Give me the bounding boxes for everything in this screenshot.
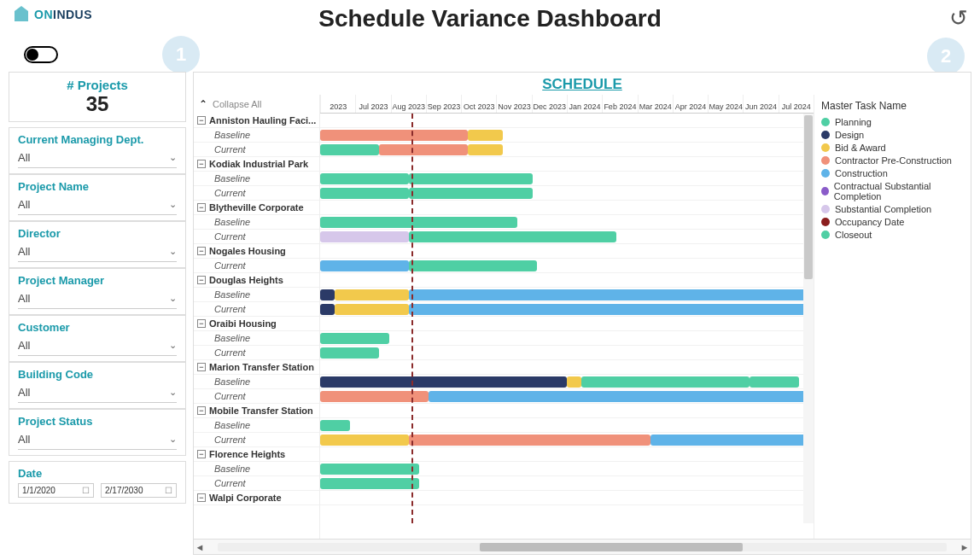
gantt-bar[interactable] — [409, 304, 814, 315]
collapse-icon[interactable]: − — [197, 276, 206, 284]
gantt-bar[interactable] — [429, 391, 814, 402]
chevron-down-icon: ⌄ — [169, 199, 177, 210]
filter-select[interactable]: All ⌄ — [18, 196, 177, 215]
gantt-bar[interactable] — [320, 144, 379, 155]
horizontal-scroll-thumb[interactable] — [480, 543, 742, 551]
collapse-icon[interactable]: − — [197, 363, 206, 371]
gantt-bar[interactable] — [320, 130, 468, 141]
scenario-row-label: Baseline — [194, 288, 319, 302]
project-header-row[interactable]: −Walpi Corporate — [194, 491, 319, 505]
legend-item[interactable]: Closeout — [821, 230, 964, 240]
filter-select[interactable]: All ⌄ — [18, 431, 177, 450]
collapse-icon[interactable]: − — [197, 406, 206, 415]
scroll-left-icon[interactable]: ◄ — [194, 542, 206, 552]
chart-title: SCHEDULE — [194, 73, 971, 95]
filter-select[interactable]: All ⌄ — [18, 290, 177, 309]
filter-select[interactable]: All ⌄ — [18, 384, 177, 403]
gantt-bar[interactable] — [335, 289, 409, 300]
gantt-bar[interactable] — [650, 435, 814, 446]
project-header-row[interactable]: −Nogales Housing — [194, 244, 319, 259]
project-header-row[interactable]: −Marion Transfer Station — [194, 360, 319, 375]
collapse-icon[interactable]: − — [197, 319, 206, 328]
collapse-icon[interactable]: − — [197, 450, 206, 458]
date-to-input[interactable]: 2/17/2030 ☐ — [101, 483, 177, 498]
gantt-area[interactable]: 2023Jul 2023Aug 2023Sep 2023Oct 2023Nov … — [320, 95, 814, 539]
logo-text: ONINDUS — [34, 8, 92, 21]
toggle-knob — [26, 49, 38, 61]
gantt-bar[interactable] — [468, 130, 502, 141]
filter-card: Customer All ⌄ — [9, 315, 186, 362]
gantt-bar[interactable] — [320, 231, 409, 242]
chevron-down-icon: ⌄ — [169, 246, 177, 257]
filter-date: Date 1/1/2020 ☐ 2/17/2030 ☐ — [9, 461, 186, 504]
gantt-bar[interactable] — [320, 435, 409, 446]
gantt-bar[interactable] — [581, 376, 750, 388]
filter-select[interactable]: All ⌄ — [18, 149, 177, 168]
scenario-row-label: Current — [194, 433, 319, 447]
gantt-bar[interactable] — [320, 188, 409, 199]
legend-item[interactable]: Bid & Award — [821, 143, 964, 153]
gantt-bar[interactable] — [409, 289, 814, 300]
filter-select[interactable]: All ⌄ — [18, 337, 177, 356]
back-icon[interactable]: ↺ — [949, 5, 968, 32]
chevron-down-icon: ⌄ — [169, 152, 177, 163]
project-header-row[interactable]: −Kodiak Industrial Park — [194, 157, 319, 172]
legend-item[interactable]: Contractor Pre-Construction — [821, 155, 964, 166]
legend-item[interactable]: Contractual Substantial Completion — [821, 181, 964, 201]
legend-item[interactable]: Substantial Completion — [821, 204, 964, 214]
project-header-row[interactable]: −Oraibi Housing — [194, 317, 319, 331]
project-header-row[interactable]: −Florence Heights — [194, 447, 319, 462]
gantt-row — [320, 491, 814, 505]
vertical-scrollbar[interactable] — [803, 114, 814, 523]
legend-item[interactable]: Planning — [821, 117, 964, 127]
step-badge-2: 2 — [927, 38, 965, 75]
gantt-bar[interactable] — [409, 231, 616, 242]
project-header-row[interactable]: −Anniston Hauling Faci... — [194, 114, 319, 128]
project-header-row[interactable]: −Douglas Heights — [194, 273, 319, 288]
gantt-bar[interactable] — [320, 289, 335, 300]
filter-select[interactable]: All ⌄ — [18, 243, 177, 262]
gantt-bar[interactable] — [335, 304, 409, 315]
gantt-bar[interactable] — [320, 173, 409, 184]
scroll-right-icon[interactable]: ► — [959, 542, 971, 552]
legend-label: Occupancy Date — [835, 217, 904, 227]
chevron-down-icon: ⌄ — [169, 387, 177, 398]
gantt-bar[interactable] — [320, 260, 409, 271]
gantt-bar[interactable] — [409, 173, 533, 184]
gantt-bar[interactable] — [320, 376, 567, 388]
legend-item[interactable]: Design — [821, 130, 964, 140]
filter-card: Project Manager All ⌄ — [9, 268, 186, 315]
gantt-bar[interactable] — [468, 144, 502, 155]
legend-item[interactable]: Occupancy Date — [821, 217, 964, 227]
collapse-all-button[interactable]: ⌃ Collapse All — [194, 95, 319, 114]
gantt-bar[interactable] — [320, 347, 379, 359]
scroll-track[interactable] — [218, 543, 947, 551]
collapse-icon[interactable]: − — [197, 160, 206, 168]
collapse-icon[interactable]: − — [197, 247, 206, 255]
timeline-tick: Sep 2023 — [426, 95, 461, 113]
gantt-bar[interactable] — [320, 420, 350, 431]
legend-label: Contractual Substantial Completion — [834, 181, 964, 201]
legend-item[interactable]: Construction — [821, 168, 964, 178]
project-header-row[interactable]: −Blytheville Corporate — [194, 201, 319, 215]
collapse-icon[interactable]: − — [197, 203, 206, 212]
horizontal-scrollbar[interactable]: ◄ ► — [194, 539, 971, 554]
gantt-bar[interactable] — [379, 144, 468, 155]
gantt-bar[interactable] — [567, 376, 581, 388]
collapse-icon[interactable]: − — [197, 116, 206, 125]
gantt-bar[interactable] — [409, 188, 533, 199]
gantt-bar[interactable] — [320, 333, 389, 344]
gantt-bar[interactable] — [320, 464, 419, 475]
gantt-bar[interactable] — [320, 304, 335, 315]
theme-toggle[interactable] — [24, 46, 58, 63]
date-from-input[interactable]: 1/1/2020 ☐ — [18, 483, 94, 498]
gantt-bar[interactable] — [320, 478, 419, 489]
gantt-bar[interactable] — [409, 260, 537, 271]
gantt-bar[interactable] — [750, 376, 799, 388]
collapse-icon[interactable]: − — [197, 493, 206, 502]
project-header-row[interactable]: −Mobile Transfer Station — [194, 404, 319, 418]
gantt-row — [320, 201, 814, 215]
gantt-bar[interactable] — [409, 435, 650, 446]
gantt-bar[interactable] — [320, 217, 517, 228]
vertical-scroll-thumb[interactable] — [804, 115, 813, 279]
